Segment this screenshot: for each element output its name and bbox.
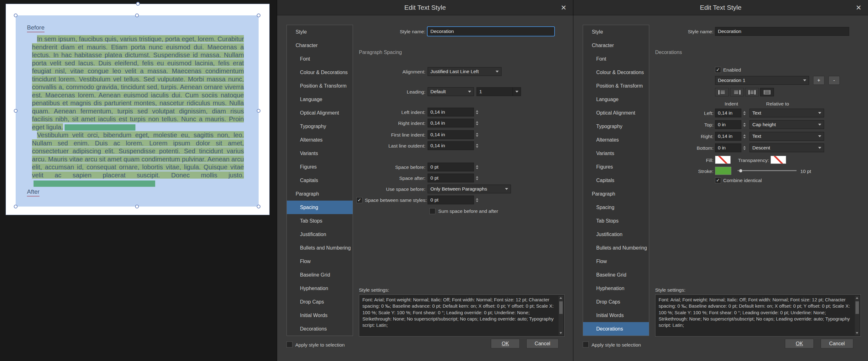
rotation-handle[interactable] <box>136 2 140 6</box>
leading-mode-select[interactable]: Default <box>428 87 474 96</box>
sidebar-item-drop-caps[interactable]: Drop Caps <box>287 295 353 309</box>
indent-left-input[interactable]: 0,14 in <box>715 109 741 117</box>
indent-right-input[interactable]: 0,14 in <box>715 132 741 141</box>
decoration-rule-left-button[interactable] <box>715 88 729 96</box>
alignment-select[interactable]: Justified Last Line Left <box>428 67 501 76</box>
sidebar-item-character[interactable]: Character <box>583 38 649 52</box>
sidebar-item-optical-alignment[interactable]: Optical Alignment <box>583 106 649 119</box>
ok-button[interactable]: OK <box>785 339 814 349</box>
sidebar-item-alternates[interactable]: Alternates <box>287 133 353 147</box>
style-settings-box[interactable]: Font: Arial; Font weight: Normal; Italic… <box>359 295 564 336</box>
sidebar-item-decorations[interactable]: Decorations <box>583 322 649 336</box>
close-icon[interactable]: ✕ <box>852 0 865 16</box>
relative-right-select[interactable]: Text <box>749 132 824 141</box>
sidebar-item-initial-words[interactable]: Initial Words <box>287 309 353 322</box>
sidebar-item-optical-alignment[interactable]: Optical Alignment <box>287 106 353 119</box>
sidebar-item-capitals[interactable]: Capitals <box>583 174 649 187</box>
sidebar-item-colour-decorations[interactable]: Colour & Decorations <box>287 65 353 79</box>
sidebar-item-paragraph[interactable]: Paragraph <box>287 187 353 201</box>
sidebar-item-flow[interactable]: Flow <box>583 255 649 268</box>
sidebar-item-flow[interactable]: Flow <box>287 255 353 268</box>
right-indent-input[interactable]: 0,14 in <box>428 119 474 128</box>
cancel-button[interactable]: Cancel <box>526 339 559 349</box>
space-after-stepper[interactable] <box>474 174 479 183</box>
frame-handle-bottom-right[interactable] <box>257 205 260 209</box>
sidebar-item-drop-caps[interactable]: Drop Caps <box>583 295 649 309</box>
sidebar-item-position-transform[interactable]: Position & Transform <box>287 79 353 92</box>
sidebar-item-bullets-and-numbering[interactable]: Bullets and Numbering <box>287 241 353 255</box>
style-name-input[interactable]: Decoration <box>428 27 554 36</box>
first-line-indent-stepper[interactable] <box>474 130 479 139</box>
add-decoration-button[interactable]: + <box>813 76 825 85</box>
stroke-width-slider[interactable] <box>738 170 797 171</box>
dialog-titlebar[interactable]: Edit Text Style ✕ <box>277 0 573 16</box>
space-between-same-styles-checkbox[interactable]: ✓ <box>356 197 362 203</box>
decoration-select[interactable]: Decoration 1 <box>715 76 809 85</box>
cancel-button[interactable]: Cancel <box>821 339 853 349</box>
sidebar-item-tab-stops[interactable]: Tab Stops <box>583 214 649 228</box>
enabled-checkbox[interactable]: ✓ <box>715 67 721 73</box>
scrollbar-thumb[interactable] <box>559 301 563 314</box>
sidebar-item-capitals[interactable]: Capitals <box>287 174 353 187</box>
relative-top-select[interactable]: Cap height <box>749 120 824 129</box>
left-indent-stepper[interactable] <box>474 108 479 116</box>
indent-top-input[interactable]: 0 in <box>715 120 741 129</box>
sidebar-item-colour-decorations[interactable]: Colour & Decorations <box>583 65 649 79</box>
sidebar-item-hyphenation[interactable]: Hyphenation <box>287 282 353 295</box>
left-indent-input[interactable]: 0,14 in <box>428 108 474 116</box>
sidebar-item-font[interactable]: Font <box>287 52 353 65</box>
chevron-down-icon[interactable] <box>513 88 521 96</box>
relative-bottom-select[interactable]: Descent <box>749 143 824 152</box>
decoration-fill-behind-button[interactable] <box>760 88 774 96</box>
combine-identical-checkbox[interactable]: ✓ <box>715 177 721 183</box>
indent-bottom-input[interactable]: 0 in <box>715 143 741 152</box>
stroke-width-slider-thumb[interactable] <box>739 169 743 173</box>
decoration-rule-both-button[interactable] <box>745 88 759 96</box>
scrollbar-thumb[interactable] <box>856 301 859 314</box>
frame-handle-top-center[interactable] <box>135 13 139 17</box>
scrollbar[interactable] <box>855 296 860 335</box>
space-between-same-styles-input[interactable]: 0 pt <box>428 196 474 204</box>
page[interactable]: Before In sem ipsum, faucibus quis, vari… <box>6 4 270 215</box>
sidebar-item-typography[interactable]: Typography <box>287 119 353 133</box>
transparency-swatch[interactable] <box>771 156 786 164</box>
frame-handle-top-right[interactable] <box>257 13 260 17</box>
sidebar-item-variants[interactable]: Variants <box>287 147 353 160</box>
frame-handle-mid-left[interactable] <box>14 109 18 113</box>
indent-top-stepper[interactable] <box>742 120 747 129</box>
sidebar-item-spacing[interactable]: Spacing <box>287 201 353 214</box>
sidebar-item-paragraph[interactable]: Paragraph <box>583 187 649 201</box>
decoration-rule-right-button[interactable] <box>730 88 744 96</box>
first-line-indent-input[interactable]: 0,14 in <box>428 130 474 139</box>
indent-right-stepper[interactable] <box>742 132 747 141</box>
sidebar-item-justification[interactable]: Justification <box>583 228 649 241</box>
sidebar-item-style[interactable]: Style <box>287 25 353 38</box>
sidebar-item-language[interactable]: Language <box>287 92 353 106</box>
right-indent-stepper[interactable] <box>474 119 479 128</box>
relative-left-select[interactable]: Text <box>749 109 824 117</box>
ok-button[interactable]: OK <box>491 339 520 349</box>
sidebar-item-character[interactable]: Character <box>287 38 353 52</box>
text-frame[interactable]: Before In sem ipsum, faucibus quis, vari… <box>32 24 244 196</box>
sidebar-item-figures[interactable]: Figures <box>583 160 649 174</box>
paragraph-1[interactable]: In sem ipsum, faucibus quis, varius tris… <box>32 35 244 131</box>
scrollbar[interactable] <box>559 296 563 335</box>
leading-value-combo[interactable]: 1 <box>476 87 521 96</box>
last-line-outdent-stepper[interactable] <box>474 141 479 150</box>
sidebar-item-variants[interactable]: Variants <box>583 147 649 160</box>
sidebar-item-spacing[interactable]: Spacing <box>583 201 649 214</box>
space-between-stepper[interactable] <box>474 196 479 204</box>
apply-style-checkbox[interactable] <box>583 341 589 348</box>
sidebar-item-typography[interactable]: Typography <box>583 119 649 133</box>
remove-decoration-button[interactable]: - <box>829 76 840 85</box>
frame-handle-bottom-center[interactable] <box>135 205 139 209</box>
sum-space-checkbox[interactable] <box>430 208 435 214</box>
sidebar-item-alternates[interactable]: Alternates <box>583 133 649 147</box>
indent-left-stepper[interactable] <box>742 109 747 117</box>
space-before-stepper[interactable] <box>474 163 479 171</box>
sidebar-item-justification[interactable]: Justification <box>287 228 353 241</box>
sidebar-item-baseline-grid[interactable]: Baseline Grid <box>583 268 649 282</box>
frame-handle-bottom-left[interactable] <box>14 205 18 209</box>
style-name-input[interactable]: Decoration <box>715 27 849 36</box>
sidebar-item-figures[interactable]: Figures <box>287 160 353 174</box>
